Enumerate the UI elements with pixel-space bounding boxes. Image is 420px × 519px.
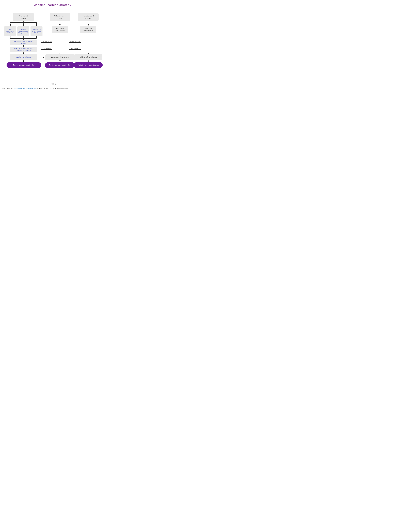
model-construction-box: Model construction with GBS(14-fold cros… bbox=[10, 47, 37, 52]
predictive2-box: Predictive and prognostic value bbox=[45, 62, 75, 68]
model-fitting-label-1: Model fitting bbox=[44, 47, 51, 49]
figure-caption: Figure 1 bbox=[2, 83, 102, 85]
final-model-v1-box: Final modeltwenty features bbox=[52, 26, 68, 33]
validation-set1-box: Validation set 1(n=56) bbox=[50, 13, 70, 21]
data-preprocessing-box: Data preprocessing and featureselection bbox=[10, 40, 37, 45]
final-model-v2-box: Final modeltwenty features bbox=[80, 26, 97, 33]
predictive3-box: Predictive and prognostic value bbox=[74, 62, 103, 68]
building-risk-box: Building of a risk score bbox=[10, 54, 37, 60]
predictive1-box: Predictive and prognostic value bbox=[7, 62, 41, 68]
lab-test-box: Laboratory test(Alb, AFP, GGT,DBil etc.) bbox=[30, 26, 43, 36]
diagram: Data processing Data processing Model fi… bbox=[2, 10, 102, 80]
footer-text-after: on January 14, 2021. © 2021 American Ass… bbox=[36, 88, 72, 89]
model-fitting-label-2: Model fitting bbox=[71, 47, 78, 49]
facs-box: FACS(CD8, PD-1+,TIM-3+, etc.) bbox=[4, 26, 16, 36]
data-processing-label-2: Data processing bbox=[70, 41, 80, 42]
page: Machine learning strategy bbox=[0, 0, 105, 92]
validation-risk1-box: Validation of the risk score bbox=[45, 54, 75, 60]
training-set-box: Training set(n=136) bbox=[13, 13, 34, 21]
footer-link[interactable]: cancerimmunolres.aacrjournals.org bbox=[14, 88, 36, 89]
validation-set2-box: Validation set 2(n=105) bbox=[78, 13, 99, 21]
page-title: Machine learning strategy bbox=[2, 3, 102, 7]
data-processing-label-1: Data processing bbox=[43, 41, 52, 42]
footer-text-before: Downloaded from bbox=[2, 88, 14, 89]
clinical-box: Clinicalcharacteristics(TS, Age, Sex, et… bbox=[17, 26, 30, 36]
footer: Downloaded from cancerimmunolres.aacrjou… bbox=[2, 88, 72, 89]
validation-risk2-box: Validation of the risk score bbox=[74, 54, 102, 60]
